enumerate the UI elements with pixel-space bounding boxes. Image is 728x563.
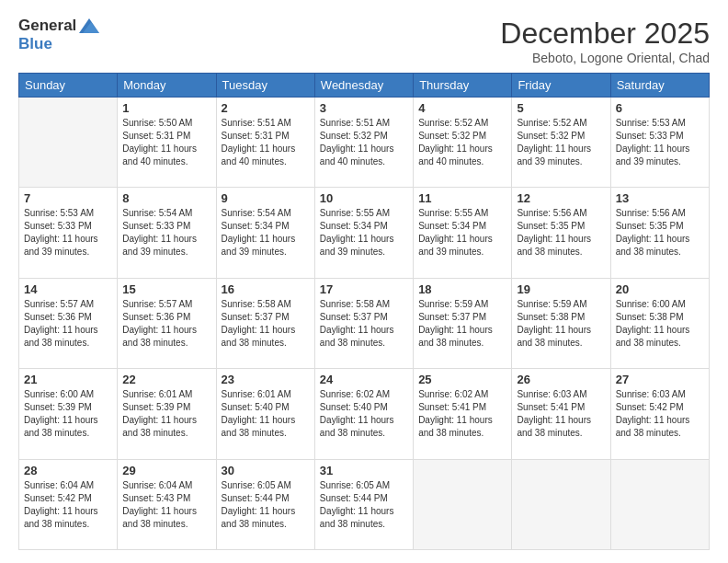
calendar-cell: 9Sunrise: 5:54 AMSunset: 5:34 PMDaylight…	[216, 188, 314, 278]
sunrise: Sunrise: 5:54 AM	[222, 208, 291, 218]
daylight: Daylight: 11 hours and 38 minutes.	[222, 415, 296, 438]
sunset: Sunset: 5:32 PM	[517, 131, 585, 141]
sunset: Sunset: 5:37 PM	[222, 312, 290, 322]
sunrise: Sunrise: 5:54 AM	[122, 208, 192, 218]
calendar-week-5: 28Sunrise: 6:04 AMSunset: 5:42 PMDayligh…	[19, 459, 710, 549]
day-info: Sunrise: 6:00 AMSunset: 5:38 PMDaylight:…	[616, 298, 704, 350]
day-info: Sunrise: 5:53 AMSunset: 5:33 PMDaylight:…	[24, 207, 112, 259]
day-info: Sunrise: 6:00 AMSunset: 5:39 PMDaylight:…	[24, 388, 112, 440]
calendar-cell: 6Sunrise: 5:53 AMSunset: 5:33 PMDaylight…	[610, 98, 709, 188]
col-wednesday: Wednesday	[314, 74, 413, 98]
daylight: Daylight: 11 hours and 38 minutes.	[24, 415, 98, 438]
sunset: Sunset: 5:34 PM	[320, 221, 388, 231]
daylight: Daylight: 11 hours and 38 minutes.	[122, 415, 197, 438]
calendar-cell: 2Sunrise: 5:51 AMSunset: 5:31 PMDaylight…	[216, 98, 314, 188]
sunset: Sunset: 5:33 PM	[616, 131, 684, 141]
day-number: 30	[222, 464, 310, 477]
sunset: Sunset: 5:36 PM	[24, 312, 92, 322]
daylight: Daylight: 11 hours and 38 minutes.	[616, 325, 690, 348]
sunrise: Sunrise: 6:01 AM	[122, 389, 192, 399]
day-info: Sunrise: 5:57 AMSunset: 5:36 PMDaylight:…	[24, 298, 112, 350]
daylight: Daylight: 11 hours and 39 minutes.	[122, 234, 197, 257]
sunset: Sunset: 5:38 PM	[616, 312, 684, 322]
daylight: Daylight: 11 hours and 38 minutes.	[517, 415, 591, 438]
calendar-cell: 5Sunrise: 5:52 AMSunset: 5:32 PMDaylight…	[512, 98, 610, 188]
daylight: Daylight: 11 hours and 40 minutes.	[418, 144, 493, 167]
sunrise: Sunrise: 5:57 AM	[122, 299, 192, 309]
day-number: 4	[418, 101, 506, 115]
day-number: 28	[24, 464, 112, 477]
calendar-cell: 3Sunrise: 5:51 AMSunset: 5:32 PMDaylight…	[314, 98, 413, 188]
day-number: 5	[517, 101, 605, 115]
day-number: 18	[418, 282, 506, 296]
daylight: Daylight: 11 hours and 40 minutes.	[122, 144, 197, 167]
sunrise: Sunrise: 5:58 AM	[222, 299, 291, 309]
day-number: 15	[122, 282, 210, 296]
sunrise: Sunrise: 5:57 AM	[24, 299, 94, 309]
sunset: Sunset: 5:39 PM	[122, 402, 190, 412]
sunrise: Sunrise: 5:53 AM	[24, 208, 94, 218]
day-info: Sunrise: 5:56 AMSunset: 5:35 PMDaylight:…	[517, 207, 605, 259]
day-info: Sunrise: 6:03 AMSunset: 5:42 PMDaylight:…	[616, 388, 704, 440]
calendar-cell: 12Sunrise: 5:56 AMSunset: 5:35 PMDayligh…	[512, 188, 610, 278]
day-info: Sunrise: 5:55 AMSunset: 5:34 PMDaylight:…	[320, 207, 408, 259]
calendar-cell: 31Sunrise: 6:05 AMSunset: 5:44 PMDayligh…	[314, 459, 413, 549]
sunset: Sunset: 5:42 PM	[24, 493, 92, 503]
day-number: 16	[222, 282, 310, 296]
day-info: Sunrise: 6:05 AMSunset: 5:44 PMDaylight:…	[222, 479, 310, 531]
calendar-cell: 28Sunrise: 6:04 AMSunset: 5:42 PMDayligh…	[19, 459, 118, 549]
sunset: Sunset: 5:32 PM	[418, 131, 486, 141]
col-tuesday: Tuesday	[216, 74, 314, 98]
day-info: Sunrise: 6:05 AMSunset: 5:44 PMDaylight:…	[320, 479, 408, 531]
sunset: Sunset: 5:43 PM	[122, 493, 190, 503]
day-info: Sunrise: 5:54 AMSunset: 5:34 PMDaylight:…	[222, 207, 310, 259]
calendar-cell	[610, 459, 709, 549]
day-number: 25	[418, 373, 506, 386]
calendar-cell: 27Sunrise: 6:03 AMSunset: 5:42 PMDayligh…	[610, 369, 709, 459]
day-number: 22	[122, 373, 210, 386]
calendar-cell: 11Sunrise: 5:55 AMSunset: 5:34 PMDayligh…	[414, 188, 512, 278]
calendar-cell: 29Sunrise: 6:04 AMSunset: 5:43 PMDayligh…	[118, 459, 216, 549]
logo-blue: Blue	[18, 35, 52, 52]
sunrise: Sunrise: 6:00 AM	[24, 389, 94, 399]
calendar-week-1: 1Sunrise: 5:50 AMSunset: 5:31 PMDaylight…	[19, 98, 710, 188]
daylight: Daylight: 11 hours and 38 minutes.	[122, 325, 197, 348]
sunset: Sunset: 5:41 PM	[418, 402, 486, 412]
sunrise: Sunrise: 6:04 AM	[122, 480, 192, 490]
sunrise: Sunrise: 5:55 AM	[320, 208, 390, 218]
day-number: 13	[616, 191, 704, 205]
calendar-cell: 25Sunrise: 6:02 AMSunset: 5:41 PMDayligh…	[414, 369, 512, 459]
calendar-cell: 4Sunrise: 5:52 AMSunset: 5:32 PMDaylight…	[414, 98, 512, 188]
sunrise: Sunrise: 6:00 AM	[616, 299, 686, 309]
calendar-cell: 26Sunrise: 6:03 AMSunset: 5:41 PMDayligh…	[512, 369, 610, 459]
sunrise: Sunrise: 5:51 AM	[222, 118, 291, 128]
sunrise: Sunrise: 6:05 AM	[320, 480, 390, 490]
sunrise: Sunrise: 6:03 AM	[616, 389, 686, 399]
day-number: 12	[517, 191, 605, 205]
col-saturday: Saturday	[610, 74, 709, 98]
sunrise: Sunrise: 5:59 AM	[517, 299, 586, 309]
daylight: Daylight: 11 hours and 38 minutes.	[320, 415, 394, 438]
day-number: 6	[616, 101, 704, 115]
sunset: Sunset: 5:37 PM	[320, 312, 388, 322]
calendar-week-3: 14Sunrise: 5:57 AMSunset: 5:36 PMDayligh…	[19, 278, 710, 368]
day-info: Sunrise: 5:55 AMSunset: 5:34 PMDaylight:…	[418, 207, 506, 259]
sunset: Sunset: 5:37 PM	[418, 312, 486, 322]
daylight: Daylight: 11 hours and 38 minutes.	[222, 506, 296, 529]
calendar-cell: 16Sunrise: 5:58 AMSunset: 5:37 PMDayligh…	[216, 278, 314, 368]
col-thursday: Thursday	[414, 74, 512, 98]
daylight: Daylight: 11 hours and 38 minutes.	[616, 234, 690, 257]
daylight: Daylight: 11 hours and 40 minutes.	[320, 144, 394, 167]
calendar-cell: 8Sunrise: 5:54 AMSunset: 5:33 PMDaylight…	[118, 188, 216, 278]
calendar-cell: 13Sunrise: 5:56 AMSunset: 5:35 PMDayligh…	[610, 188, 709, 278]
sunset: Sunset: 5:35 PM	[616, 221, 684, 231]
calendar-cell: 7Sunrise: 5:53 AMSunset: 5:33 PMDaylight…	[19, 188, 118, 278]
daylight: Daylight: 11 hours and 38 minutes.	[517, 325, 591, 348]
daylight: Daylight: 11 hours and 38 minutes.	[122, 506, 197, 529]
calendar-cell: 21Sunrise: 6:00 AMSunset: 5:39 PMDayligh…	[19, 369, 118, 459]
day-info: Sunrise: 5:56 AMSunset: 5:35 PMDaylight:…	[616, 207, 704, 259]
daylight: Daylight: 11 hours and 39 minutes.	[616, 144, 690, 167]
sunset: Sunset: 5:42 PM	[616, 402, 684, 412]
day-number: 23	[222, 373, 310, 386]
month-title: December 2025	[500, 17, 710, 51]
